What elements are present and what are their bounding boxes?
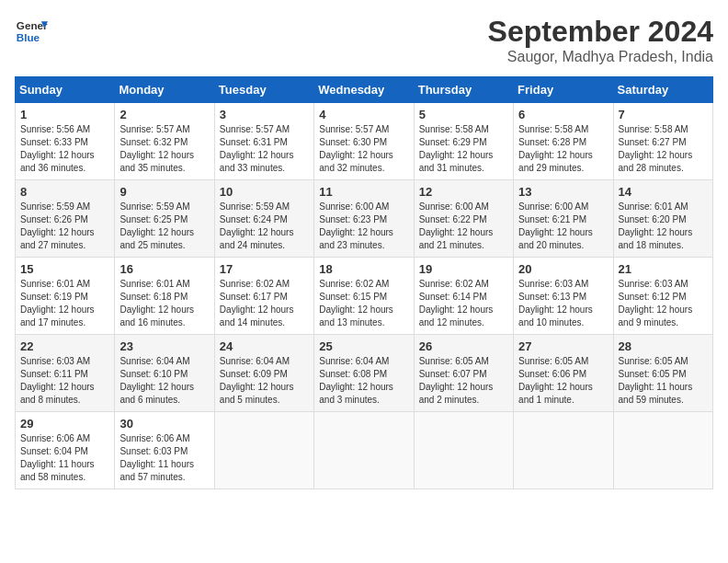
- day-number: 26: [419, 339, 508, 353]
- day-info: Sunrise: 6:04 AMSunset: 6:09 PMDaylight:…: [220, 355, 309, 407]
- day-number: 7: [619, 108, 708, 121]
- calendar-cell: 21 Sunrise: 6:03 AMSunset: 6:12 PMDaylig…: [613, 258, 712, 335]
- day-number: 8: [20, 185, 109, 199]
- day-info: Sunrise: 6:03 AMSunset: 6:11 PMDaylight:…: [20, 355, 109, 407]
- day-number: 21: [619, 262, 708, 276]
- day-number: 1: [20, 108, 109, 121]
- week-row-4: 22 Sunrise: 6:03 AMSunset: 6:11 PMDaylig…: [16, 335, 713, 412]
- main-title: September 2024: [488, 15, 713, 49]
- day-info: Sunrise: 6:00 AMSunset: 6:22 PMDaylight:…: [419, 201, 508, 252]
- calendar-cell: 12 Sunrise: 6:00 AMSunset: 6:22 PMDaylig…: [414, 180, 513, 258]
- day-number: 15: [20, 262, 109, 276]
- calendar-cell: 11 Sunrise: 6:00 AMSunset: 6:23 PMDaylig…: [314, 180, 414, 258]
- calendar-cell: 20 Sunrise: 6:03 AMSunset: 6:13 PMDaylig…: [514, 258, 613, 335]
- day-number: 22: [20, 339, 109, 353]
- calendar-cell: 3 Sunrise: 5:57 AMSunset: 6:31 PMDayligh…: [214, 103, 313, 180]
- day-number: 17: [220, 262, 309, 276]
- title-block: September 2024 Saugor, Madhya Pradesh, I…: [488, 15, 713, 65]
- day-number: 11: [319, 185, 408, 199]
- day-info: Sunrise: 5:57 AMSunset: 6:30 PMDaylight:…: [319, 123, 408, 175]
- calendar-cell: 1 Sunrise: 5:56 AMSunset: 6:33 PMDayligh…: [16, 103, 115, 180]
- calendar-cell: [613, 412, 712, 489]
- day-number: 5: [419, 108, 508, 121]
- day-number: 14: [619, 185, 708, 199]
- calendar-cell: 22 Sunrise: 6:03 AMSunset: 6:11 PMDaylig…: [16, 335, 115, 412]
- calendar-cell: 9 Sunrise: 5:59 AMSunset: 6:25 PMDayligh…: [115, 180, 214, 258]
- calendar-cell: 2 Sunrise: 5:57 AMSunset: 6:32 PMDayligh…: [115, 103, 214, 180]
- day-number: 9: [119, 185, 209, 199]
- day-info: Sunrise: 5:58 AMSunset: 6:27 PMDaylight:…: [619, 123, 708, 175]
- day-number: 28: [619, 339, 708, 353]
- day-info: Sunrise: 6:01 AMSunset: 6:19 PMDaylight:…: [20, 278, 109, 329]
- calendar-cell: 17 Sunrise: 6:02 AMSunset: 6:17 PMDaylig…: [214, 258, 313, 335]
- weekday-header-tuesday: Tuesday: [214, 77, 313, 103]
- day-info: Sunrise: 5:59 AMSunset: 6:24 PMDaylight:…: [220, 201, 309, 252]
- weekday-header-row: SundayMondayTuesdayWednesdayThursdayFrid…: [16, 77, 713, 103]
- calendar-cell: 10 Sunrise: 5:59 AMSunset: 6:24 PMDaylig…: [214, 180, 313, 258]
- subtitle: Saugor, Madhya Pradesh, India: [488, 49, 713, 65]
- day-info: Sunrise: 6:02 AMSunset: 6:17 PMDaylight:…: [220, 278, 309, 329]
- week-row-5: 29 Sunrise: 6:06 AMSunset: 6:04 PMDaylig…: [16, 412, 713, 489]
- calendar-cell: 4 Sunrise: 5:57 AMSunset: 6:30 PMDayligh…: [314, 103, 414, 180]
- svg-text:Blue: Blue: [17, 31, 40, 43]
- calendar-cell: [314, 412, 414, 489]
- day-number: 27: [518, 339, 608, 353]
- day-number: 29: [20, 417, 109, 431]
- day-info: Sunrise: 5:57 AMSunset: 6:32 PMDaylight:…: [119, 123, 209, 175]
- calendar-cell: 30 Sunrise: 6:06 AMSunset: 6:03 PMDaylig…: [115, 412, 214, 489]
- day-info: Sunrise: 6:03 AMSunset: 6:12 PMDaylight:…: [619, 278, 708, 329]
- day-number: 25: [319, 339, 408, 353]
- svg-text:General: General: [17, 19, 48, 31]
- calendar-cell: 13 Sunrise: 6:00 AMSunset: 6:21 PMDaylig…: [514, 180, 613, 258]
- weekday-header-wednesday: Wednesday: [314, 77, 414, 103]
- day-number: 20: [518, 262, 608, 276]
- week-row-1: 1 Sunrise: 5:56 AMSunset: 6:33 PMDayligh…: [16, 103, 713, 180]
- weekday-header-saturday: Saturday: [613, 77, 712, 103]
- day-info: Sunrise: 6:06 AMSunset: 6:04 PMDaylight:…: [20, 432, 109, 484]
- week-row-3: 15 Sunrise: 6:01 AMSunset: 6:19 PMDaylig…: [16, 258, 713, 335]
- calendar-cell: 16 Sunrise: 6:01 AMSunset: 6:18 PMDaylig…: [115, 258, 214, 335]
- day-number: 19: [419, 262, 508, 276]
- week-row-2: 8 Sunrise: 5:59 AMSunset: 6:26 PMDayligh…: [16, 180, 713, 258]
- day-number: 16: [119, 262, 209, 276]
- calendar-cell: [414, 412, 513, 489]
- day-info: Sunrise: 6:06 AMSunset: 6:03 PMDaylight:…: [119, 432, 209, 484]
- day-info: Sunrise: 6:03 AMSunset: 6:13 PMDaylight:…: [518, 278, 608, 329]
- day-number: 12: [419, 185, 508, 199]
- day-info: Sunrise: 6:02 AMSunset: 6:14 PMDaylight:…: [419, 278, 508, 329]
- calendar-cell: 7 Sunrise: 5:58 AMSunset: 6:27 PMDayligh…: [613, 103, 712, 180]
- day-info: Sunrise: 6:00 AMSunset: 6:23 PMDaylight:…: [319, 201, 408, 252]
- day-number: 6: [518, 108, 608, 121]
- calendar-cell: 14 Sunrise: 6:01 AMSunset: 6:20 PMDaylig…: [613, 180, 712, 258]
- day-info: Sunrise: 5:56 AMSunset: 6:33 PMDaylight:…: [20, 123, 109, 175]
- day-number: 30: [119, 417, 209, 431]
- calendar-cell: [214, 412, 313, 489]
- day-number: 2: [119, 108, 209, 121]
- day-info: Sunrise: 5:59 AMSunset: 6:25 PMDaylight:…: [119, 201, 209, 252]
- weekday-header-friday: Friday: [514, 77, 613, 103]
- day-number: 4: [319, 108, 408, 121]
- calendar-cell: 24 Sunrise: 6:04 AMSunset: 6:09 PMDaylig…: [214, 335, 313, 412]
- day-info: Sunrise: 5:58 AMSunset: 6:29 PMDaylight:…: [419, 123, 508, 175]
- day-info: Sunrise: 5:57 AMSunset: 6:31 PMDaylight:…: [220, 123, 309, 175]
- calendar-cell: 15 Sunrise: 6:01 AMSunset: 6:19 PMDaylig…: [16, 258, 115, 335]
- calendar-cell: 18 Sunrise: 6:02 AMSunset: 6:15 PMDaylig…: [314, 258, 414, 335]
- day-info: Sunrise: 6:00 AMSunset: 6:21 PMDaylight:…: [518, 201, 608, 252]
- day-info: Sunrise: 6:04 AMSunset: 6:10 PMDaylight:…: [119, 355, 209, 407]
- day-number: 23: [119, 339, 209, 353]
- day-number: 10: [220, 185, 309, 199]
- day-info: Sunrise: 6:05 AMSunset: 6:05 PMDaylight:…: [619, 355, 708, 407]
- day-number: 18: [319, 262, 408, 276]
- day-info: Sunrise: 6:05 AMSunset: 6:06 PMDaylight:…: [518, 355, 608, 407]
- day-number: 13: [518, 185, 608, 199]
- calendar-cell: [514, 412, 613, 489]
- logo: General Blue: [15, 15, 48, 48]
- calendar-cell: 8 Sunrise: 5:59 AMSunset: 6:26 PMDayligh…: [16, 180, 115, 258]
- calendar-cell: 28 Sunrise: 6:05 AMSunset: 6:05 PMDaylig…: [613, 335, 712, 412]
- day-number: 24: [220, 339, 309, 353]
- calendar-cell: 5 Sunrise: 5:58 AMSunset: 6:29 PMDayligh…: [414, 103, 513, 180]
- weekday-header-sunday: Sunday: [16, 77, 115, 103]
- calendar-cell: 6 Sunrise: 5:58 AMSunset: 6:28 PMDayligh…: [514, 103, 613, 180]
- calendar-table: SundayMondayTuesdayWednesdayThursdayFrid…: [15, 76, 713, 489]
- weekday-header-monday: Monday: [115, 77, 214, 103]
